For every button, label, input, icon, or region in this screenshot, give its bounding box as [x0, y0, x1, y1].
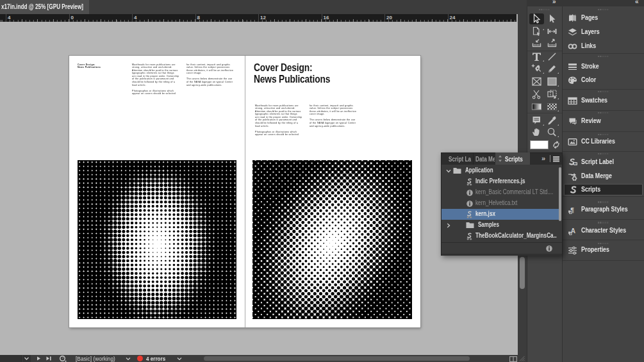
svg-text:¶: ¶	[570, 205, 574, 213]
svg-text:JS: JS	[575, 163, 577, 165]
